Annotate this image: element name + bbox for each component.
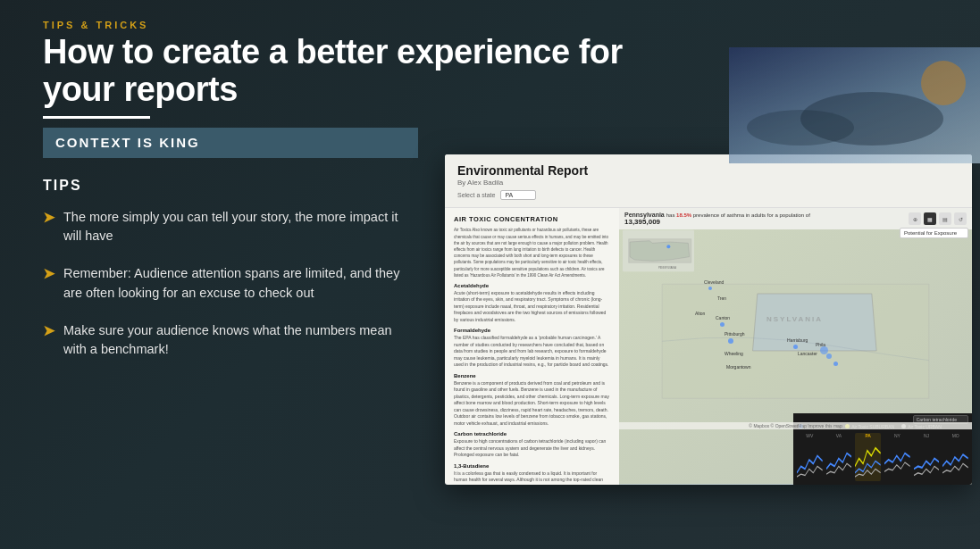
map-city-pittsburgh: Pittsburgh [725, 331, 745, 337]
map-state-name: Pennsylvania [624, 212, 666, 218]
right-panel: Environmental Report By Alex Badila Sele… [445, 128, 972, 531]
chart-label-va: VA [826, 433, 852, 438]
map-state-info: Pennsylvania has 18.5% prevalence of ast… [624, 212, 903, 226]
map-city-harrisburg: Harrisburg [787, 337, 808, 343]
map-city-cleveland: Cleveland [704, 279, 724, 285]
map-city-canton: Canton [716, 315, 730, 320]
map-icon-map[interactable]: ▦ [924, 212, 936, 225]
report-body-intro: Air Toxics Also known as toxic air pollu… [454, 227, 610, 279]
content-wrapper: TIPS & TRICKS How to create a better exp… [0, 0, 980, 549]
subsection-title-2: Formaldehyde [454, 328, 610, 333]
chart-label-nj: NJ [914, 433, 940, 438]
chart-va: VA [826, 433, 852, 481]
map-city-morgantown: Morgantown [726, 364, 751, 370]
report-body: AIR TOXIC CONCENTRATION Air Toxics Also … [445, 208, 972, 484]
tip-item-2: ➤ Remember: Audience attention spans are… [43, 264, 418, 304]
map-stat-desc: prevalence of asthma in adults for a pop… [693, 212, 810, 218]
map-population: 13,395,009 [624, 218, 903, 226]
map-stat-label: has [666, 212, 676, 218]
map-icon-refresh[interactable]: ↺ [954, 212, 967, 225]
state-select[interactable]: PA [500, 190, 536, 200]
chart-wv: WV [797, 433, 823, 481]
report-select-area: Select a state PA [457, 190, 959, 200]
select-label: Select a state [457, 192, 495, 198]
tip-arrow-2: ➤ [43, 265, 54, 282]
charts-row: WV VA [797, 433, 968, 481]
map-stat-value: 18.5% [676, 212, 691, 218]
map-icons: ⊕ ▦ ▤ ↺ [909, 212, 967, 225]
mini-us-map: PENNSYLVANIA [623, 229, 694, 274]
svg-point-3 [747, 110, 854, 146]
chart-label-pa: PA [855, 433, 881, 438]
context-banner: CONTEXT IS KING [43, 128, 418, 158]
tip-arrow-1: ➤ [43, 209, 54, 226]
map-header-bar: Pennsylvania has 18.5% prevalence of ast… [619, 208, 972, 229]
tip-text-3: Make sure your audience knows what the n… [63, 321, 418, 361]
report-left-col: AIR TOXIC CONCENTRATION Air Toxics Also … [445, 208, 619, 484]
map-pa-label: NSYLVANIA [766, 315, 823, 323]
tip-text-2: Remember: Audience attention spans are l… [63, 264, 418, 304]
report-subsection-carbon: Carbon tetrachloride Exposure to high co… [454, 431, 610, 459]
report-author: By Alex Badila [457, 179, 959, 187]
subsection-text-2: The EPA has classified formaldehyde as a… [454, 335, 610, 369]
chart-nj: NJ [914, 433, 940, 481]
report-subsection-butadiene: 1,3-Butadiene It is a colorless gas that… [454, 463, 610, 485]
category-label: TIPS & TRICKS [43, 20, 937, 30]
report-subsection-benzene: Benzene Benzene is a component of produc… [454, 373, 610, 428]
tip-arrow-3: ➤ [43, 322, 54, 339]
subsection-title-5: 1,3-Butadiene [454, 463, 610, 469]
chart-mo: MO [942, 433, 968, 481]
report-map-col: Pennsylvania has 18.5% prevalence of ast… [619, 208, 972, 484]
map-city-wheeling: Wheeling [725, 351, 743, 356]
map-city-tren: Tren [717, 295, 726, 301]
svg-text:PENNSYLVANIA: PENNSYLVANIA [658, 266, 676, 270]
state-select-value: PA [505, 192, 513, 198]
mapbox-attribution: © Mapbox © OpenStreetMap Improve this ma… [619, 422, 972, 429]
chart-pa: PA [855, 433, 881, 481]
svg-point-1 [921, 61, 966, 105]
tip-text-1: The more simply you can tell your story,… [63, 208, 418, 247]
report-title-block: Environmental Report By Alex Badila Sele… [457, 163, 959, 201]
chart-label-mo: MO [942, 433, 968, 438]
subsection-text-3: Benzene is a component of products deriv… [454, 380, 610, 428]
report-card: Environmental Report By Alex Badila Sele… [445, 154, 972, 485]
chart-label-ny: NY [884, 433, 910, 438]
map-city-lancaster: Lancaster [798, 351, 817, 356]
report-title-text: Environmental Report [457, 163, 959, 179]
left-panel: CONTEXT IS KING TIPS ➤ The more simply y… [43, 128, 418, 531]
tips-section-label: TIPS [43, 178, 418, 194]
subsection-text-1: Acute (short-term) exposure to acetaldeh… [454, 290, 610, 324]
subsection-text-5: It is a colorless gas that is easily con… [454, 470, 610, 485]
map-icon-chart[interactable]: ▤ [939, 212, 951, 225]
report-subsection-formaldehyde: Formaldehyde The EPA has classified form… [454, 328, 610, 369]
subsection-text-4: Exposure to high concentrations of carbo… [454, 438, 610, 459]
subsection-title-4: Carbon tetrachloride [454, 431, 610, 437]
context-title: CONTEXT IS KING [55, 135, 200, 150]
page-title: How to create a better experience for yo… [43, 34, 686, 109]
report-subsection-acetaldehyde: Acetaldehyde Acute (short-term) exposure… [454, 283, 610, 324]
subsection-title-3: Benzene [454, 373, 610, 378]
map-exposure-dropdown[interactable]: Potential for Exposure [900, 228, 968, 238]
main-content: CONTEXT IS KING TIPS ➤ The more simply y… [0, 119, 980, 549]
chart-label-wv: WV [797, 433, 823, 438]
tip-item-3: ➤ Make sure your audience knows what the… [43, 321, 418, 361]
top-right-decoration [729, 47, 980, 163]
report-section-title: AIR TOXIC CONCENTRATION [454, 215, 610, 223]
map-icon-share[interactable]: ⊕ [909, 212, 921, 225]
tip-item-1: ➤ The more simply you can tell your stor… [43, 208, 418, 247]
subsection-title-1: Acetaldehyde [454, 283, 610, 288]
map-city-alton: Alton [695, 311, 705, 316]
svg-point-6 [666, 245, 670, 249]
chart-ny: NY [884, 433, 910, 481]
